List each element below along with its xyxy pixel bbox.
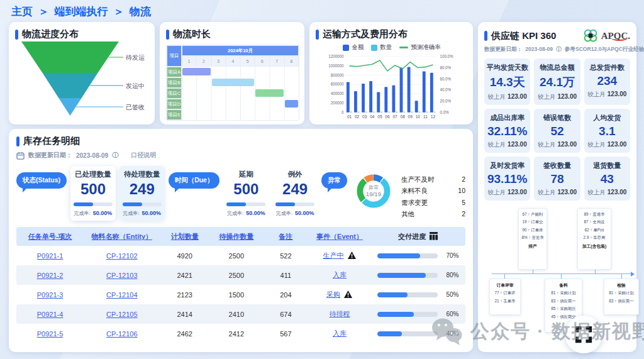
flow-stage-label: 加工(含包装) [579, 242, 610, 250]
inventory-subtitle-row: 数据更新日期：2023-08-09ⓘ 口径说明 [16, 151, 465, 160]
info-icon[interactable]: ⓘ [556, 46, 562, 53]
flow-connector [492, 273, 631, 274]
funnel-segment-label: 发运中 [126, 82, 145, 89]
svg-text:02: 02 [355, 114, 360, 119]
transport-card-title: 运输方式及费用分布 [323, 28, 408, 40]
svg-text:0: 0 [341, 110, 344, 114]
kpi-compare-value: 123.00 [557, 93, 577, 100]
progress-track [226, 202, 265, 206]
event-link[interactable]: 采购 [326, 290, 340, 299]
kpi-compare-label: 较上月 [538, 93, 556, 100]
expand-icon [575, 326, 592, 343]
summary-label: 已处理数量 [73, 170, 113, 179]
kpi-value: 78 [535, 172, 579, 186]
kpi-label: 签收数量 [535, 161, 579, 170]
entity-link[interactable]: CP-12106 [106, 330, 138, 338]
kpi-compare-label: 较上月 [587, 141, 606, 148]
table-cell-plan-qty: 2123 [160, 291, 209, 299]
event-link[interactable]: 待排程 [330, 309, 350, 319]
bar-line-chart: 1200000100000080000060000040000020000001… [316, 52, 468, 126]
svg-text:06: 06 [385, 114, 390, 119]
svg-text:200000: 200000 [331, 101, 344, 105]
table-cell-plan-qty: 2421 [160, 272, 209, 279]
update-date-label: 数据更新日期： [484, 46, 522, 53]
table-cell-task: P0921-5 [16, 330, 84, 338]
gantt-row-label: 项目A [167, 67, 182, 77]
flow-stage-label: 排产 [519, 242, 546, 250]
breadcrumb-separator: ＞ [38, 6, 49, 18]
task-link[interactable]: P0921-4 [37, 311, 64, 318]
summary-value: 500 [226, 180, 266, 198]
kpi-compare-value: 123.00 [608, 91, 627, 97]
inventory-task-card: 库存任务明细 数据更新日期：2023-08-09ⓘ 口径说明 状态(Status… [9, 129, 473, 352]
table-cell-note: 522 [264, 252, 308, 260]
event-link[interactable]: 入库 [333, 270, 347, 280]
flow-metric: 8% ↑ 变更率 [519, 234, 546, 241]
task-link[interactable]: P0921-3 [37, 291, 64, 299]
flow-metric: 81 ↑ 采购计划 [605, 289, 638, 297]
gantt-card-title: 物流时长 [173, 28, 211, 40]
flow-metric: 83 ↑ 供应商一 [546, 297, 581, 305]
column-header[interactable]: 物料名称（Entity） [92, 232, 153, 241]
svg-text:异常: 异常 [369, 185, 379, 191]
summary-value: 249 [122, 180, 162, 198]
svg-text:04: 04 [370, 114, 375, 119]
entity-link[interactable]: CP-12102 [106, 252, 138, 260]
logistics-duration-card: 物流时长 项目2024年10月12345678项目A项目B项目C项目D项目E [160, 22, 304, 124]
breadcrumb-current: 物流 [130, 6, 151, 18]
update-date-label: 数据更新日期： [28, 151, 72, 160]
task-link[interactable]: P0921-5 [37, 330, 64, 338]
donut-legend-row: 来料不良10 [401, 185, 465, 196]
svg-text:100.0%: 100.0% [440, 54, 453, 58]
table-cell-event: 入库 [308, 270, 371, 280]
flow-metric: 62 ↑ 单Pcs [579, 226, 610, 234]
table-cell-progress: 70% [371, 252, 465, 259]
task-link[interactable]: P0921-1 [37, 252, 64, 260]
info-icon[interactable]: ⓘ [112, 151, 118, 160]
table-row: P0921-4CP-1210524142410674待排程60% [16, 304, 465, 324]
gantt-row-label: 项目D [167, 99, 182, 109]
legend-label: 数量 [380, 43, 392, 52]
table-cell-plan-qty: 2462 [160, 330, 209, 338]
donut-legend: 生产不及时2来料不良10需求变更5其他2 [401, 174, 465, 220]
breadcrumb-home[interactable]: 主页 [11, 6, 33, 18]
columns-icon[interactable] [429, 231, 438, 241]
expand-button[interactable] [565, 316, 602, 353]
progress-fill [226, 202, 246, 206]
table-cell-progress: 50% [371, 291, 465, 298]
breadcrumb-section[interactable]: 端到端执行 [54, 6, 108, 18]
event-link[interactable]: 入库 [333, 329, 347, 338]
warning-icon [343, 290, 353, 300]
entity-link[interactable]: CP-12105 [106, 311, 138, 318]
column-header[interactable]: 备注 [279, 232, 292, 241]
task-link[interactable]: P0921-2 [37, 272, 64, 279]
flow-metric: 90 ↑ 订单准 [519, 226, 546, 234]
column-header[interactable]: 计划数量 [171, 232, 199, 241]
svg-text:01: 01 [347, 114, 352, 119]
table-cell-plan-qty: 2414 [160, 311, 209, 318]
flow-metric: 67 ↑ 产能利 [519, 211, 546, 218]
svg-text:07: 07 [392, 114, 397, 119]
table-cell-event: 生产中 [308, 251, 371, 261]
progress-fill [275, 202, 295, 206]
summary-value: 500 [73, 180, 113, 198]
kpi-compare: 较上月123.00 [535, 93, 579, 101]
logistics-progress-card: 物流进度分布 待发运发运中已签收 [9, 22, 155, 124]
table-header-cell: 计划数量 [160, 232, 209, 241]
kpi-label: 总发货件数 [586, 63, 629, 72]
completion-rate: 完成率:50.00% [226, 210, 266, 217]
column-header[interactable]: 任务单号-项次 [28, 232, 72, 241]
svg-text:400000: 400000 [331, 91, 344, 96]
kpi-compare: 较上月123.00 [535, 141, 579, 149]
column-header[interactable]: 事件（Event） [316, 232, 363, 241]
kpi-card: 退货数量43较上月123.00 [584, 157, 630, 201]
donut-legend-row: 其他2 [401, 208, 465, 219]
column-header[interactable]: 待操作数量 [219, 232, 253, 241]
card-title-row: 运输方式及费用分布 [316, 28, 468, 40]
delivery-progress-fill [377, 331, 401, 336]
event-link[interactable]: 生产中 [323, 251, 344, 260]
entity-link[interactable]: CP-12103 [106, 272, 138, 279]
delivery-progress-track [377, 331, 438, 336]
entity-link[interactable]: CP-12104 [106, 291, 138, 299]
caliber-link[interactable]: 口径说明 [131, 151, 156, 160]
